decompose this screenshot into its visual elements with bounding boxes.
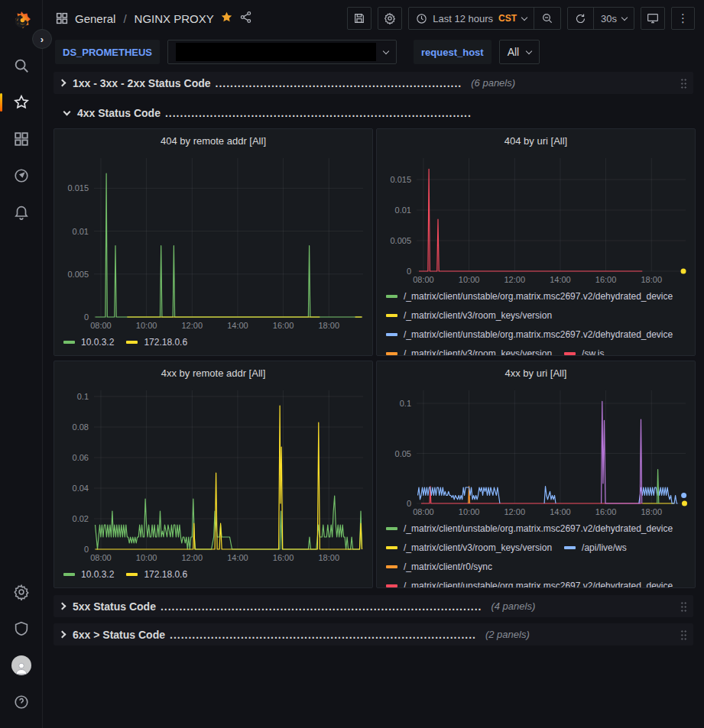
legend-label: /_matrix/client/v3/room_keys/version: [404, 542, 552, 553]
breadcrumb-divider: /: [123, 12, 126, 25]
explore-compass-icon[interactable]: [6, 157, 37, 194]
x-axis-label: 14:00: [550, 507, 571, 516]
legend-swatch-icon: [63, 341, 75, 344]
breadcrumb-section[interactable]: General: [75, 12, 115, 25]
user-avatar[interactable]: [6, 647, 37, 684]
legend-item[interactable]: 172.18.0.6: [126, 332, 187, 351]
refresh-icon: [575, 13, 586, 24]
y-axis-label: 0: [407, 267, 411, 276]
chevron-down-icon: [621, 14, 628, 20]
request-host-variable-label[interactable]: request_host: [414, 40, 492, 64]
favorite-star-icon[interactable]: [220, 11, 233, 26]
timeseries-chart[interactable]: 08:0010:0012:0014:0016:0018:0000.0050.01…: [383, 152, 690, 286]
panel-legend: /_matrix/client/unstable/org.matrix.msc2…: [383, 286, 689, 356]
refresh-interval-value: 30s: [601, 13, 617, 24]
timeseries-chart[interactable]: 08:0010:0012:0014:0016:0018:0000.020.040…: [60, 384, 368, 565]
legend-item[interactable]: /_matrix/client/unstable/org.matrix.msc2…: [386, 576, 673, 588]
y-axis-label: 0.1: [400, 399, 411, 408]
panel-title[interactable]: 4xx by remote addr [All]: [60, 364, 366, 383]
legend-swatch-icon: [126, 341, 138, 344]
legend-item[interactable]: /api/live/ws: [564, 538, 627, 557]
legend-item[interactable]: /_matrix/client/v3/room_keys/version: [386, 306, 552, 325]
x-axis-label: 14:00: [227, 553, 248, 562]
legend-item[interactable]: 172.18.0.6: [126, 565, 187, 584]
row-5xx-status-code[interactable]: 5xx Status Code ........................…: [54, 595, 693, 617]
chevron-down-icon: [526, 47, 532, 53]
legend-item[interactable]: /_matrix/client/unstable/org.matrix.msc2…: [386, 325, 673, 344]
chevron-down-icon: [63, 108, 71, 115]
timeseries-chart[interactable]: 08:0010:0012:0014:0016:0018:0000.050.1: [383, 384, 690, 519]
panel-404-by-remote-addr: 404 by remote addr [All] 08:0010:0012:00…: [54, 128, 373, 356]
legend-swatch-icon: [564, 352, 576, 355]
legend-item[interactable]: /_matrix/client/r0/sync: [386, 557, 492, 576]
dashboards-icon[interactable]: [6, 121, 37, 157]
legend-item[interactable]: /sw.js: [564, 344, 604, 356]
legend-item[interactable]: /_matrix/client/unstable/org.matrix.msc2…: [386, 286, 673, 306]
row-drag-handle-icon[interactable]: [680, 78, 687, 89]
panel-legend: 10.0.3.2172.18.0.6: [60, 565, 366, 584]
starred-dashboards-icon[interactable]: [6, 84, 37, 121]
legend-item[interactable]: 10.0.3.2: [63, 565, 114, 584]
search-icon[interactable]: [6, 47, 37, 84]
timeseries-chart[interactable]: 08:0010:0012:0014:0016:0018:0000.0050.01…: [60, 152, 368, 332]
refresh-interval-dropdown[interactable]: 30s: [593, 8, 634, 29]
y-axis-label: 0.015: [390, 175, 411, 184]
dashboard-settings-button[interactable]: [378, 7, 402, 30]
x-axis-label: 12:00: [504, 275, 526, 284]
series-line: [96, 173, 362, 317]
refresh-button[interactable]: [568, 8, 593, 29]
panel-title[interactable]: 4xx by uri [All]: [383, 364, 689, 383]
x-axis-label: 14:00: [550, 275, 571, 284]
sidebar-expand-button[interactable]: ›: [32, 29, 52, 49]
x-axis-label: 18:00: [641, 507, 662, 516]
y-axis-label: 0: [84, 312, 89, 322]
legend-item[interactable]: /_matrix/client/v3/room_keys/version: [386, 344, 552, 356]
save-dashboard-button[interactable]: [347, 7, 371, 30]
legend-swatch-icon: [386, 352, 397, 355]
zoom-out-button[interactable]: [534, 8, 560, 29]
time-range-label: Last 12 hours: [433, 13, 493, 24]
datasource-variable-label[interactable]: DS_PROMETHEUS: [55, 40, 160, 64]
y-axis-label: 0.08: [73, 422, 89, 432]
panel-title[interactable]: 404 by uri [All]: [383, 132, 689, 150]
save-floppy-icon: [353, 12, 365, 24]
panel-grid: 404 by remote addr [All] 08:0010:0012:00…: [54, 128, 693, 588]
row-panel-count: (2 panels): [485, 629, 530, 640]
panel-title[interactable]: 404 by remote addr [All]: [60, 132, 366, 150]
chevron-down-icon: [521, 14, 527, 20]
configuration-gear-icon[interactable]: [6, 574, 37, 610]
legend-label: /_matrix/client/unstable/org.matrix.msc2…: [404, 581, 673, 589]
chevron-right-icon: [59, 631, 67, 639]
alerting-bell-icon[interactable]: [6, 194, 37, 231]
row-6xx-status-code[interactable]: 6xx > Status Code ......................…: [54, 623, 693, 645]
dashboard-title[interactable]: NGINX PROXY: [135, 12, 214, 25]
series-line: [419, 169, 642, 271]
legend-label: 10.0.3.2: [81, 569, 114, 580]
x-axis-label: 08:00: [90, 321, 112, 330]
row-drag-handle-icon[interactable]: [680, 601, 687, 612]
legend-label: 172.18.0.6: [144, 569, 187, 580]
legend-swatch-icon: [564, 546, 576, 549]
time-picker-group: Last 12 hours CST: [408, 7, 561, 30]
legend-item[interactable]: /_matrix/client/v3/room_keys/version: [386, 538, 552, 557]
series-end-dot: [681, 493, 686, 498]
time-range-picker[interactable]: Last 12 hours CST: [409, 8, 534, 29]
x-axis-label: 08:00: [413, 275, 434, 284]
server-admin-shield-icon[interactable]: [6, 610, 37, 647]
kebab-icon: ⋮: [677, 11, 689, 25]
help-icon[interactable]: [6, 684, 37, 720]
grafana-logo-icon[interactable]: [6, 6, 37, 37]
more-options-button[interactable]: ⋮: [671, 7, 695, 30]
row-1xx-3xx-2xx-status-code[interactable]: 1xx - 3xx - 2xx Status Code ............…: [54, 72, 693, 94]
row-4xx-status-code[interactable]: 4xx Status Code ........................…: [54, 102, 693, 124]
legend-item[interactable]: 10.0.3.2: [63, 332, 114, 351]
row-drag-handle-icon[interactable]: [680, 629, 687, 640]
share-icon[interactable]: [239, 11, 252, 27]
legend-item[interactable]: /_matrix/client/unstable/org.matrix.msc2…: [386, 519, 673, 538]
request-host-variable-dropdown[interactable]: All: [499, 40, 540, 64]
y-axis-label: 0.06: [73, 453, 89, 462]
legend-label: 10.0.3.2: [81, 337, 114, 348]
tv-mode-button[interactable]: [641, 7, 665, 30]
zoom-out-icon: [541, 12, 553, 24]
datasource-variable-dropdown[interactable]: [167, 40, 397, 64]
